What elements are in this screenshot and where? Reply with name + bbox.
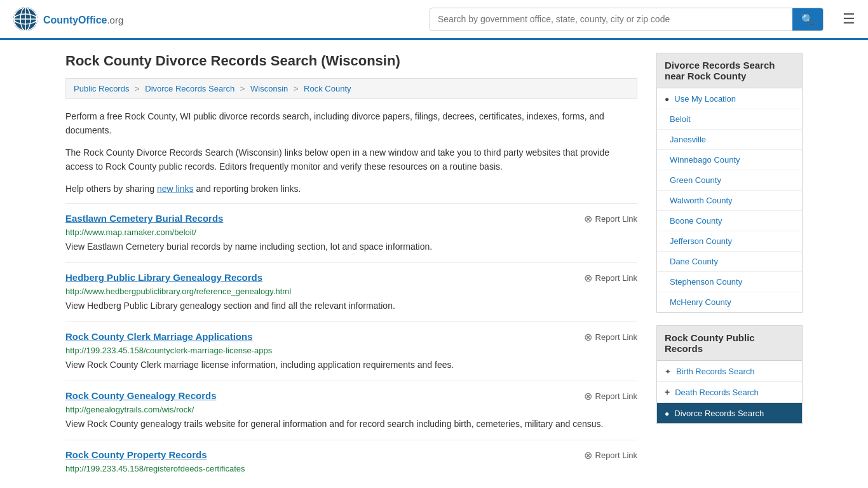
nearby-list-item: McHenry County [657, 292, 802, 312]
report-link[interactable]: ⊗ Report Link [584, 272, 637, 284]
nearby-link[interactable]: Janesville [657, 130, 802, 149]
breadcrumb: Public Records > Divorce Records Search … [65, 78, 637, 99]
breadcrumb-wisconsin[interactable]: Wisconsin [250, 84, 288, 93]
record-entry: Hedberg Public Library Genealogy Records… [65, 262, 637, 322]
nearby-list: Use My LocationBeloitJanesvilleWinnebago… [656, 88, 803, 313]
record-desc: View Hedberg Public Library genealogy se… [65, 299, 637, 313]
nearby-list-item: Walworth County [657, 191, 802, 211]
nearby-section: Divorce Records Search near Rock County … [656, 53, 803, 313]
record-url: http://genealogytrails.com/wis/rock/ [65, 405, 637, 414]
menu-icon[interactable]: ☰ [843, 11, 855, 27]
nearby-list-item: Jefferson County [657, 231, 802, 252]
plus-icon [665, 387, 670, 397]
logo-icon [13, 6, 38, 32]
nearby-link[interactable]: Jefferson County [657, 231, 802, 251]
report-label: Report Link [595, 451, 637, 460]
public-record-list-item: Birth Records Search [657, 361, 802, 382]
report-label: Report Link [595, 214, 637, 224]
record-title[interactable]: Hedberg Public Library Genealogy Records [65, 272, 262, 283]
page-title: Rock County Divorce Records Search (Wisc… [65, 53, 637, 69]
nearby-list-item: Winnebago County [657, 150, 802, 170]
record-desc: View Rock County genealogy trails websit… [65, 417, 637, 431]
nearby-link[interactable]: Winnebago County [657, 150, 802, 170]
header: CountyOffice.org 🔍 ☰ [0, 0, 868, 40]
nearby-list-item: Use My Location [657, 88, 802, 109]
record-title[interactable]: Rock County Clerk Marriage Applications [65, 331, 253, 342]
breadcrumb-divorce-records[interactable]: Divorce Records Search [145, 84, 234, 93]
record-url: http://www.map.ramaker.com/beloit/ [65, 227, 637, 237]
record-title[interactable]: Rock County Genealogy Records [65, 390, 217, 401]
report-icon: ⊗ [584, 213, 592, 225]
search-bar: 🔍 [430, 8, 824, 31]
record-entry: Rock County Property Records ⊗ Report Li… [65, 440, 637, 485]
nearby-list-item: Janesville [657, 130, 802, 150]
public-record-link[interactable]: Death Records Search [657, 382, 802, 402]
nearby-link[interactable]: Walworth County [657, 191, 802, 210]
nearby-list-item: Dane County [657, 252, 802, 272]
main-layout: Rock County Divorce Records Search (Wisc… [53, 40, 815, 488]
description-para3: Help others by sharing new links and rep… [65, 182, 637, 196]
nearby-link[interactable]: Stephenson County [657, 272, 802, 292]
public-records-section: Rock County Public Records Birth Records… [656, 325, 803, 424]
record-desc: View Eastlawn Cemetery burial records by… [65, 240, 637, 254]
public-records-list: Birth Records SearchDeath Records Search… [656, 361, 803, 424]
record-entry: Rock County Clerk Marriage Applications … [65, 322, 637, 381]
nearby-link[interactable]: Boone County [657, 211, 802, 231]
nearby-link[interactable]: Beloit [657, 109, 802, 129]
record-entry: Eastlawn Cemetery Burial Records ⊗ Repor… [65, 203, 637, 262]
record-url: http://199.233.45.158/registerofdeeds-ce… [65, 464, 637, 473]
nearby-list-item: Beloit [657, 109, 802, 130]
main-content: Rock County Divorce Records Search (Wisc… [65, 53, 637, 485]
breadcrumb-rock-county[interactable]: Rock County [304, 84, 351, 93]
public-records-header: Rock County Public Records [656, 325, 803, 361]
breadcrumb-sep-1: > [135, 84, 140, 93]
report-icon: ⊗ [584, 390, 592, 402]
dot-icon [665, 408, 669, 418]
record-desc: View Rock County Clerk marriage license … [65, 358, 637, 372]
records-container: Eastlawn Cemetery Burial Records ⊗ Repor… [65, 203, 637, 485]
record-url: http://199.233.45.158/countyclerk-marria… [65, 346, 637, 355]
report-label: Report Link [595, 391, 637, 401]
nearby-link[interactable]: McHenry County [657, 292, 802, 312]
public-record-list-item: Death Records Search [657, 382, 802, 403]
description-para1: Perform a free Rock County, WI public di… [65, 109, 637, 138]
description-para2: The Rock County Divorce Records Search (… [65, 146, 637, 174]
nearby-list-item: Boone County [657, 211, 802, 231]
report-icon: ⊗ [584, 449, 592, 461]
nearby-header: Divorce Records Search near Rock County [656, 53, 803, 88]
logo-link[interactable]: CountyOffice.org [13, 6, 123, 32]
record-url: http://www.hedbergpubliclibrary.org/refe… [65, 287, 637, 296]
report-label: Report Link [595, 273, 637, 283]
birth-icon [665, 366, 671, 376]
location-icon [665, 93, 669, 104]
report-link[interactable]: ⊗ Report Link [584, 213, 637, 225]
breadcrumb-public-records[interactable]: Public Records [74, 84, 129, 93]
nearby-link[interactable]: Dane County [657, 252, 802, 271]
sidebar: Divorce Records Search near Rock County … [656, 53, 803, 485]
report-link[interactable]: ⊗ Report Link [584, 449, 637, 461]
nearby-link[interactable]: Green County [657, 170, 802, 190]
public-record-link[interactable]: Birth Records Search [657, 361, 802, 381]
breadcrumb-sep-3: > [294, 84, 299, 93]
nearby-list-item: Green County [657, 170, 802, 191]
report-link[interactable]: ⊗ Report Link [584, 331, 637, 343]
record-title[interactable]: Rock County Property Records [65, 449, 207, 460]
nearby-link[interactable]: Use My Location [657, 88, 802, 109]
search-input[interactable] [430, 9, 792, 29]
logo-text: CountyOffice.org [43, 12, 123, 27]
public-record-link[interactable]: Divorce Records Search [657, 403, 802, 423]
report-link[interactable]: ⊗ Report Link [584, 390, 637, 402]
report-icon: ⊗ [584, 331, 592, 343]
report-icon: ⊗ [584, 272, 592, 284]
record-title[interactable]: Eastlawn Cemetery Burial Records [65, 213, 223, 224]
search-button[interactable]: 🔍 [792, 8, 823, 30]
report-label: Report Link [595, 332, 637, 342]
public-record-list-item: Divorce Records Search [657, 403, 802, 423]
breadcrumb-sep-2: > [240, 84, 245, 93]
nearby-list-item: Stephenson County [657, 272, 802, 292]
record-entry: Rock County Genealogy Records ⊗ Report L… [65, 381, 637, 440]
new-links-link[interactable]: new links [157, 184, 194, 194]
